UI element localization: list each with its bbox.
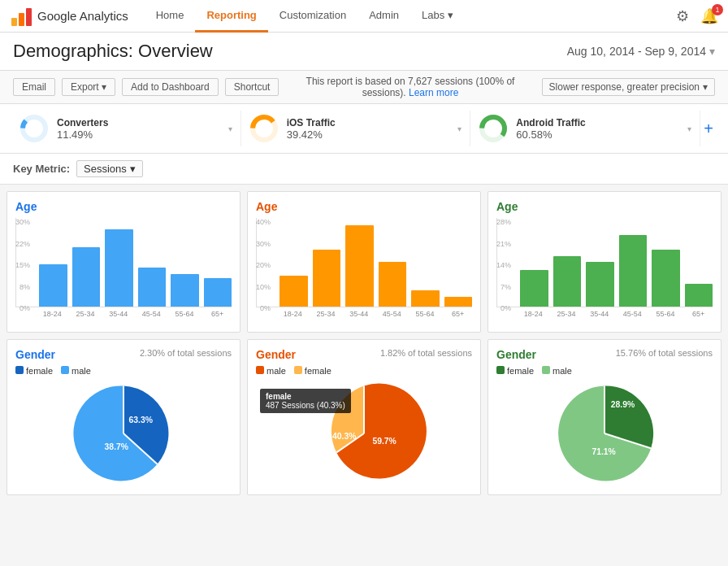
age-chart-android: Age 28% 21% 14% 7% 0% [488,191,722,333]
gender-legend-blue: female male [15,366,232,376]
export-button[interactable]: Export ▾ [62,78,115,96]
svg-rect-0 [11,18,17,26]
legend-female-orange: female [294,366,332,376]
svg-rect-1 [19,13,24,26]
age-bar-chart-green: 28% 21% 14% 7% 0% 18-24 25-34 [496,218,713,324]
bar-45-54-blue [138,268,167,307]
main-nav: Home Reporting Customization Admin Labs … [145,0,676,33]
bar-chart-inner-green [496,218,713,307]
page-title: Demographics: Overview [13,41,213,62]
app-header: Google Analytics Home Reporting Customiz… [0,0,728,33]
add-dashboard-button[interactable]: Add to Dashboard [122,78,219,96]
android-info: Android Traffic 60.58% [516,117,679,141]
bar-18-24-green [520,270,548,307]
gender-pie-blue: 38.7% 63.3% [15,381,232,486]
notifications-icon[interactable]: 🔔 1 [700,7,718,25]
bar-chart-inner-orange [256,218,472,307]
toolbar-notice: This report is based on 7,627 sessions (… [285,76,535,98]
ios-donut [249,114,279,143]
svg-text:40.3%: 40.3% [332,432,356,441]
nav-home[interactable]: Home [145,0,196,33]
google-analytics-logo [10,5,32,28]
page-header: Demographics: Overview Aug 10, 2014 - Se… [0,33,728,71]
notification-badge: 1 [712,4,723,15]
age-bar-chart-blue: 30% 22% 15% 8% 0% 18-24 25-34 [15,218,232,324]
bar-35-44-orange [345,225,374,307]
logo: Google Analytics [10,5,128,28]
bar-35-44-green [586,262,614,307]
bar-65plus-green [685,284,713,307]
legend-male-orange: male [256,366,286,376]
nav-reporting[interactable]: Reporting [195,0,267,33]
gender-legend-green: female male [496,366,713,376]
bar-18-24-blue [39,264,67,307]
converters-donut [20,114,49,143]
android-donut [479,114,508,143]
email-button[interactable]: Email [13,78,55,96]
header-actions: ⚙ 🔔 1 [676,7,718,25]
y-axis-green: 28% 21% 14% 7% 0% [496,218,513,312]
bar-55-64-blue [171,274,199,307]
svg-text:63.3%: 63.3% [129,416,153,424]
add-segment-button[interactable]: + [700,111,717,146]
segment-ios[interactable]: iOS Traffic 39.42% ▾ [241,111,471,146]
android-chevron: ▾ [687,124,691,133]
gender-chart-android: Gender 15.76% of total sessions female m… [488,339,722,495]
gender-pie-green: 28.9% 71.1% [496,381,713,486]
key-metric-row: Key Metric: Sessions ▾ [0,154,728,185]
svg-rect-2 [26,8,32,26]
converters-info: Converters 11.49% [57,117,220,141]
legend-female-green: female [496,366,534,376]
bar-55-64-green [652,250,680,307]
bar-55-64-orange [411,290,440,307]
legend-female-blue: female [15,366,53,376]
y-axis-orange: 40% 30% 20% 10% 0% [256,218,272,312]
toolbar: Email Export ▾ Add to Dashboard Shortcut… [0,71,728,104]
bar-labels-blue: 18-24 25-34 35-44 45-54 55-64 65+ [15,310,232,318]
bar-35-44-blue [105,229,133,307]
svg-point-3 [23,117,46,140]
bar-labels-orange: 18-24 25-34 35-44 45-54 55-64 65+ [256,310,472,318]
bar-labels-green: 18-24 25-34 35-44 45-54 55-64 65+ [496,310,713,318]
app-name: Google Analytics [37,9,128,23]
key-metric-select[interactable]: Sessions ▾ [76,160,143,177]
legend-male-blue: male [61,366,91,376]
learn-more-link[interactable]: Learn more [409,87,458,98]
bar-65plus-blue [204,278,232,307]
bar-25-34-blue [72,247,101,307]
key-metric-arrow: ▾ [130,163,136,175]
bar-chart-inner-blue [15,218,232,307]
legend-male-green: male [542,366,572,376]
date-range[interactable]: Aug 10, 2014 - Sep 9, 2014 ▾ [567,45,715,58]
bar-25-34-orange [313,250,341,307]
segments-row: Converters 11.49% ▾ iOS Traffic 39.42% ▾… [0,104,728,154]
precision-selector[interactable]: Slower response, greater precision ▾ [542,78,715,96]
bar-45-54-orange [379,262,407,307]
bar-25-34-green [553,256,582,307]
settings-icon[interactable]: ⚙ [676,7,689,25]
date-range-arrow: ▾ [709,45,715,58]
gender-legend-orange: male female [256,366,472,376]
svg-text:28.9%: 28.9% [611,400,635,409]
converters-chevron: ▾ [228,124,232,133]
svg-text:59.7%: 59.7% [372,437,396,446]
gender-chart-converters: Gender 2.30% of total sessions female ma… [6,339,240,495]
nav-admin[interactable]: Admin [358,0,410,33]
nav-labs[interactable]: Labs ▾ [410,0,465,33]
age-charts-row: Age 30% 22% 15% 8% 0% [6,191,722,333]
age-bar-chart-orange: 40% 30% 20% 10% 0% 18-24 25-34 [256,218,472,324]
segment-android[interactable]: Android Traffic 60.58% ▾ [470,111,700,146]
bar-18-24-orange [280,276,308,307]
gender-chart-ios: Gender 1.82% of total sessions male fema… [247,339,481,495]
y-axis-blue: 30% 22% 15% 8% 0% [15,218,32,312]
svg-text:38.7%: 38.7% [105,442,128,451]
nav-customization[interactable]: Customization [268,0,358,33]
ios-chevron: ▾ [457,124,462,133]
pie-svg-green: 28.9% 71.1% [552,381,657,486]
ios-info: iOS Traffic 39.42% [287,117,450,141]
charts-area: Age 30% 22% 15% 8% 0% [0,185,728,508]
segment-converters[interactable]: Converters 11.49% ▾ [11,111,241,146]
shortcut-button[interactable]: Shortcut [225,78,280,96]
pie-svg-blue: 38.7% 63.3% [71,381,176,486]
gender-pie-orange: female 487 Sessions (40.3%) 59.7% 40.3% [256,381,472,486]
